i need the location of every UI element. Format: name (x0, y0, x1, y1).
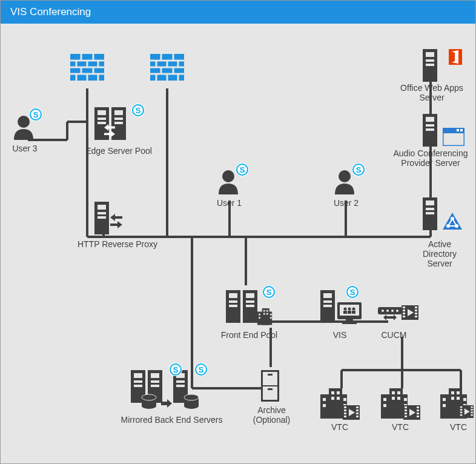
cucm-label: CUCM (377, 330, 411, 340)
office-icon (449, 49, 462, 67)
archive-label: Archive (Optional) (249, 405, 294, 425)
server-icon (94, 202, 127, 239)
server-icon (423, 197, 437, 233)
skype-icon (236, 163, 249, 179)
vis-label: VIS (328, 330, 352, 340)
firewall-icon (70, 54, 104, 83)
user2-label: User 2 (329, 198, 363, 208)
skype-icon (346, 285, 359, 301)
skype-icon (131, 104, 145, 119)
window-icon (443, 128, 464, 148)
svg-rect-98 (348, 311, 351, 314)
server-icon (320, 290, 335, 325)
user3-label: User 3 (10, 144, 40, 153)
firewall-icon (150, 54, 184, 83)
front-end-label: Front End Pool (217, 330, 281, 340)
film-icon (343, 405, 360, 422)
skype-icon (262, 285, 276, 301)
monitor-icon (337, 302, 362, 326)
film-icon (403, 405, 420, 422)
vtc1-label: VTC (328, 422, 352, 432)
user1-label: User 1 (213, 198, 246, 208)
svg-rect-99 (352, 311, 355, 314)
acp-label: Audio Conferencing Provider Server (388, 148, 473, 168)
server-icon (423, 49, 437, 84)
svg-point-94 (344, 308, 347, 311)
skype-icon (29, 108, 42, 124)
film-icon (402, 305, 418, 322)
film-icon (459, 405, 474, 421)
vtc2-label: VTC (388, 422, 412, 432)
ad-icon (443, 213, 462, 232)
skype-icon (169, 363, 182, 379)
ads-label: Active Directory Server (415, 239, 464, 268)
mirrored-label: Mirrored Back End Servers (116, 415, 228, 425)
owa-label: Office Web Apps Server (395, 83, 468, 102)
http-proxy-label: HTTP Reverse Proxy (72, 239, 163, 249)
svg-point-96 (352, 308, 355, 311)
svg-rect-97 (343, 311, 347, 314)
skype-icon (352, 163, 365, 179)
skype-icon (194, 363, 208, 379)
edge-pool-label: Edge Server Pool (79, 146, 158, 156)
cabinet-icon (261, 370, 279, 404)
arrows-icon (383, 314, 397, 328)
server-icon (423, 114, 437, 149)
server-pair-icon (131, 370, 203, 415)
svg-point-95 (348, 308, 351, 311)
vtc3-label: VTC (446, 422, 471, 432)
